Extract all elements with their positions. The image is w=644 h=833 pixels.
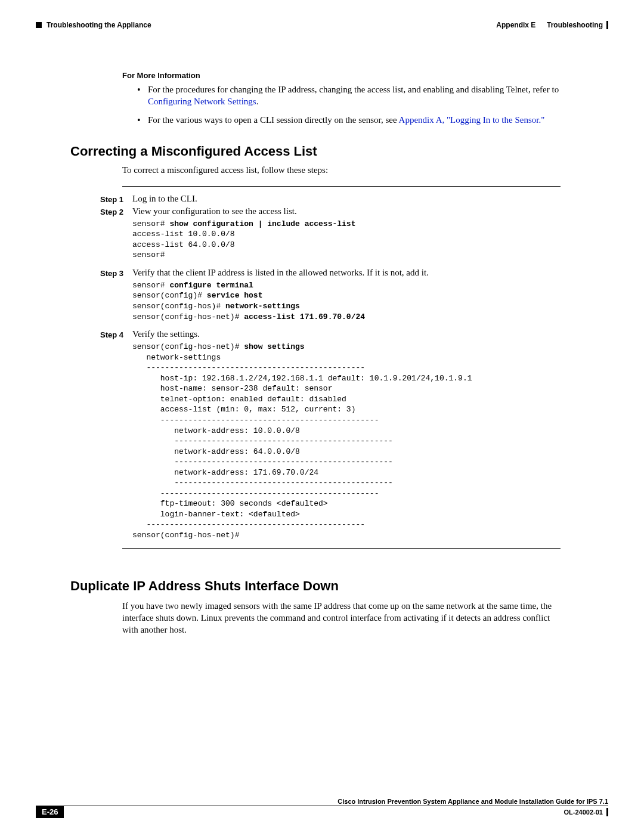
step-label: Step 3 xyxy=(100,268,132,278)
page-number-badge: E-26 xyxy=(36,806,64,818)
more-info-title: For More Information xyxy=(122,71,608,80)
link-appendix-a[interactable]: Appendix A, "Logging In to the Sensor." xyxy=(399,115,545,125)
bullet-text: For the various ways to open a CLI sessi… xyxy=(148,115,399,125)
step-label: Step 4 xyxy=(100,329,132,339)
header-right-text: Troubleshooting xyxy=(547,21,603,29)
section-heading-access-list: Correcting a Misconfigured Access List xyxy=(70,144,608,159)
code-block: sensor# configure terminal sensor(config… xyxy=(132,280,608,322)
bullet-text-post: . xyxy=(256,97,259,106)
bullet-item: For the various ways to open a CLI sessi… xyxy=(137,114,561,126)
step-text: Verify the settings. xyxy=(132,329,561,339)
header-bar-icon xyxy=(606,21,608,29)
header-left-text: Troubleshooting the Appliance xyxy=(47,21,151,29)
divider xyxy=(122,186,561,187)
step-text: Log in to the CLI. xyxy=(132,194,561,204)
bullet-text: For the procedures for changing the IP a… xyxy=(148,85,559,94)
section-para: If you have two newly imaged sensors wit… xyxy=(122,600,561,636)
code-block: sensor# show configuration | include acc… xyxy=(132,219,608,261)
section-intro: To correct a misconfigured access list, … xyxy=(122,165,561,175)
section-heading-duplicate-ip: Duplicate IP Address Shuts Interface Dow… xyxy=(70,578,608,594)
footer-bar-icon xyxy=(606,808,608,816)
header-appendix: Appendix E xyxy=(496,21,535,29)
link-configuring-network[interactable]: Configuring Network Settings xyxy=(148,97,256,106)
step-label: Step 1 xyxy=(100,194,132,204)
bullet-item: For the procedures for changing the IP a… xyxy=(137,83,561,108)
code-block: sensor(config-hos-net)# show settings ne… xyxy=(132,342,608,540)
divider xyxy=(122,548,561,549)
step-text: View your configuration to see the acces… xyxy=(132,206,561,216)
footer-doc-title: Cisco Intrusion Prevention System Applia… xyxy=(36,798,608,805)
header-marker-icon xyxy=(36,22,42,28)
step-label: Step 2 xyxy=(100,206,132,216)
footer-divider xyxy=(36,806,608,806)
step-text: Verify that the client IP address is lis… xyxy=(132,268,561,278)
footer-doc-id: OL-24002-01 xyxy=(564,809,603,816)
